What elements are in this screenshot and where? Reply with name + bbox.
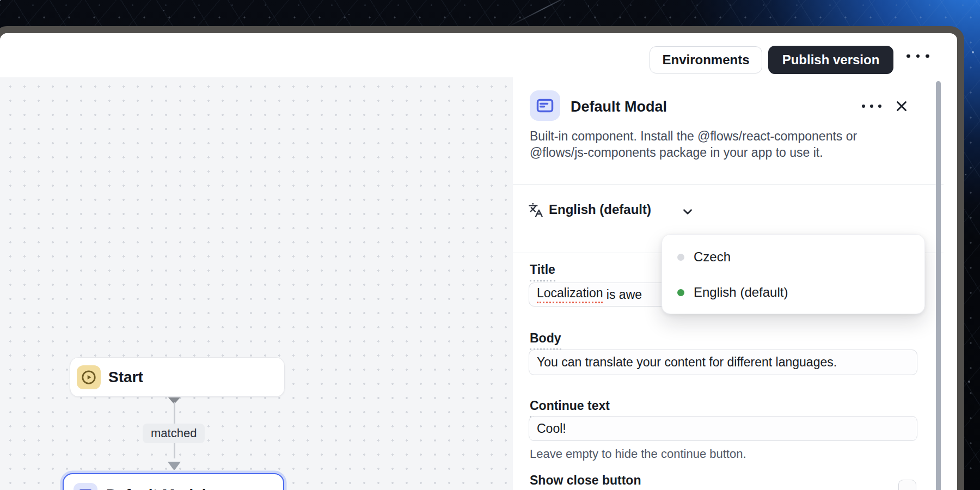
continue-text-helper: Leave empty to hide the continue button. xyxy=(530,447,746,461)
meteor-streak xyxy=(508,0,581,27)
panel-description: Built-in component. Install the @flows/r… xyxy=(530,128,915,161)
panel-menu-icon[interactable] xyxy=(862,105,881,108)
background-stars xyxy=(0,0,1,1)
language-selector[interactable]: English (default) xyxy=(549,202,651,217)
app-window: Environments Publish version Start match… xyxy=(0,26,964,490)
modal-icon xyxy=(530,90,560,121)
title-field-label: Title xyxy=(530,262,555,281)
show-close-button-label: Show close button xyxy=(530,473,641,488)
panel-scrollbar[interactable] xyxy=(936,81,941,490)
publish-version-button[interactable]: Publish version xyxy=(768,46,893,74)
environments-button[interactable]: Environments xyxy=(650,46,762,74)
default-modal-node[interactable]: Default Modal xyxy=(63,473,284,490)
close-icon[interactable] xyxy=(893,98,910,114)
play-circle-icon xyxy=(77,365,101,389)
language-dropdown: Czech English (default) xyxy=(661,234,925,314)
misspelled-word: Localization xyxy=(537,286,603,303)
body-input[interactable] xyxy=(529,350,917,375)
default-modal-node-label: Default Modal xyxy=(106,486,206,490)
body-field-label: Body xyxy=(530,331,561,350)
dropdown-item-czech[interactable]: Czech xyxy=(662,242,924,272)
flow-canvas[interactable]: Start matched Default Modal xyxy=(0,77,513,490)
continue-text-input[interactable] xyxy=(529,416,917,441)
start-node[interactable]: Start xyxy=(70,357,285,397)
continue-text-field-label: Continue text xyxy=(530,399,610,418)
panel-title: Default Modal xyxy=(571,99,667,115)
status-dot xyxy=(677,289,684,296)
start-node-label: Start xyxy=(108,369,143,386)
modal-icon xyxy=(74,483,97,490)
status-dot xyxy=(677,254,684,261)
languages-icon xyxy=(528,203,543,218)
window-menu-icon[interactable] xyxy=(905,53,930,59)
edge-label[interactable]: matched xyxy=(143,424,205,443)
divider xyxy=(513,184,944,185)
dropdown-item-english[interactable]: English (default) xyxy=(662,277,924,308)
edge-arrowhead-icon xyxy=(166,461,182,470)
chevron-down-icon[interactable] xyxy=(681,205,695,219)
top-bar: Environments Publish version xyxy=(0,33,943,78)
show-close-checkbox[interactable] xyxy=(898,480,916,490)
